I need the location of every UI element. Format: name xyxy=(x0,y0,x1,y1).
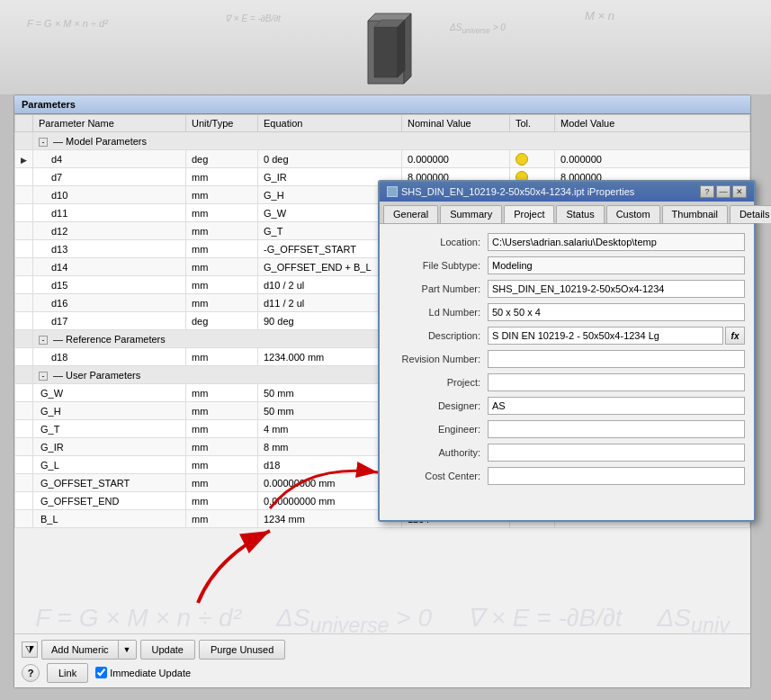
param-name-cell: G_L xyxy=(33,456,186,474)
unit-cell: mm xyxy=(186,222,258,240)
row-arrow-indicator: ▶ xyxy=(21,156,27,165)
field-input-7[interactable] xyxy=(488,397,745,415)
dialog-title-text: SHS_DIN_EN_10219-2-50x50x4-1234.ipt iPro… xyxy=(401,186,634,197)
field-label-2: Part Number: xyxy=(389,283,488,294)
tol-indicator xyxy=(515,153,528,166)
dialog-minimize-button[interactable]: — xyxy=(716,185,731,198)
expand-icon-0[interactable]: - xyxy=(39,138,48,147)
field-label-9: Authority: xyxy=(389,447,488,458)
field-label-4: Description: xyxy=(389,330,488,341)
dialog-close-button[interactable]: ✕ xyxy=(732,185,747,198)
param-name-cell: d12 xyxy=(33,222,186,240)
dialog-tab-project[interactable]: Project xyxy=(504,205,554,223)
field-row-2: Part Number: xyxy=(389,280,745,298)
field-label-6: Project: xyxy=(389,377,488,388)
filter-icon[interactable]: ⧩ xyxy=(22,642,38,658)
unit-cell: mm xyxy=(186,474,258,492)
param-name-cell: G_IR xyxy=(33,438,186,456)
svg-marker-3 xyxy=(374,27,398,77)
row-indicator-cell xyxy=(15,294,33,312)
field-row-0: Location: xyxy=(389,233,745,251)
field-input-10[interactable] xyxy=(488,467,745,485)
field-input-1 xyxy=(488,256,745,274)
unit-cell: mm xyxy=(186,348,258,366)
unit-cell: mm xyxy=(186,420,258,438)
dialog-tab-custom[interactable]: Custom xyxy=(606,205,660,223)
row-indicator-cell xyxy=(15,510,33,528)
dialog-tab-thumbnail[interactable]: Thumbnail xyxy=(662,205,728,223)
field-input-5[interactable] xyxy=(488,350,745,368)
section-header-row: - — Model Parameters xyxy=(15,132,750,150)
link-button[interactable]: Link xyxy=(47,663,88,683)
field-label-10: Cost Center: xyxy=(389,471,488,481)
row-indicator-cell: ▶ xyxy=(15,150,33,168)
purge-unused-button[interactable]: Purge Unused xyxy=(199,640,285,660)
param-name-cell: d16 xyxy=(33,294,186,312)
toolbar-row1: ⧩ Add Numeric ▼ Update Purge Unused xyxy=(22,640,743,660)
update-button[interactable]: Update xyxy=(140,640,195,660)
field-label-8: Engineer: xyxy=(389,424,488,435)
param-name-cell: G_OFFSET_START xyxy=(33,474,186,492)
param-name-cell: d13 xyxy=(33,240,186,258)
dialog-tab-summary[interactable]: Summary xyxy=(440,205,502,223)
field-input-2[interactable] xyxy=(488,280,745,298)
col-unit-header: Unit/Type xyxy=(186,115,258,132)
row-indicator-cell xyxy=(15,384,33,402)
param-name-cell: d14 xyxy=(33,258,186,276)
section-expand-col xyxy=(15,330,33,348)
field-row-6: Project: xyxy=(389,373,745,391)
unit-cell: deg xyxy=(186,150,258,168)
immediate-update-checkbox[interactable] xyxy=(95,667,107,678)
col-model-header: Model Value xyxy=(555,115,750,132)
model-preview-area: F = G × M × n ÷ d² ∇ × E = -∂B/∂t ΔSuniv… xyxy=(0,0,771,94)
dialog-tab-status[interactable]: Status xyxy=(556,205,604,223)
unit-cell: mm xyxy=(186,402,258,420)
add-numeric-split-button[interactable]: Add Numeric ▼ xyxy=(41,640,137,660)
field-row-7: Designer: xyxy=(389,397,745,415)
unit-cell: mm xyxy=(186,510,258,528)
field-input-8[interactable] xyxy=(488,420,745,438)
help-button[interactable]: ? xyxy=(22,664,40,682)
field-input-3[interactable] xyxy=(488,303,745,321)
unit-cell: mm xyxy=(186,438,258,456)
col-equation-header: Equation xyxy=(258,115,402,132)
model-3d-shape xyxy=(354,7,417,88)
toolbar-row2: ? Link Immediate Update xyxy=(22,663,743,683)
dialog-tab-general[interactable]: General xyxy=(383,205,438,223)
param-name-cell: d17 xyxy=(33,312,186,330)
param-name-cell: G_OFFSET_END xyxy=(33,492,186,510)
expand-icon-2[interactable]: - xyxy=(39,372,48,381)
fx-button[interactable]: fx xyxy=(725,327,745,345)
field-input-9[interactable] xyxy=(488,444,745,462)
equation-cell[interactable]: 0 deg xyxy=(258,150,402,168)
section-header-label: - — Model Parameters xyxy=(33,132,750,150)
tol-cell xyxy=(510,150,555,168)
col-param-name-header: Parameter Name xyxy=(33,115,186,132)
field-input-4[interactable] xyxy=(488,327,723,345)
field-row-3: Ld Number: xyxy=(389,303,745,321)
expand-icon-1[interactable]: - xyxy=(39,336,48,345)
row-indicator-cell xyxy=(15,456,33,474)
row-indicator-cell xyxy=(15,258,33,276)
field-row-5: Revision Number: xyxy=(389,350,745,368)
add-numeric-button[interactable]: Add Numeric xyxy=(41,640,118,660)
section-expand-col xyxy=(15,366,33,384)
param-name-cell: d15 xyxy=(33,276,186,294)
row-indicator-cell xyxy=(15,420,33,438)
immediate-update-wrap: Immediate Update xyxy=(95,667,191,678)
col-nominal-header: Nominal Value xyxy=(402,115,510,132)
row-indicator-cell xyxy=(15,168,33,186)
model-value-cell: 0.000000 xyxy=(555,150,750,168)
col-tol-header: Tol. xyxy=(510,115,555,132)
unit-cell: mm xyxy=(186,294,258,312)
dialog-tab-details[interactable]: Details xyxy=(730,205,771,223)
dialog-help-button[interactable]: ? xyxy=(700,185,714,198)
row-indicator-cell xyxy=(15,186,33,204)
math-formula-bg-3: ΔSuniverse > 0 xyxy=(450,22,506,35)
param-name-cell: d7 xyxy=(33,168,186,186)
field-row-1: File Subtype: xyxy=(389,256,745,274)
math-formula-bg-2: ∇ × E = -∂B/∂t xyxy=(225,13,281,23)
field-input-6[interactable] xyxy=(488,373,745,391)
add-numeric-dropdown-arrow[interactable]: ▼ xyxy=(118,640,137,660)
param-name-cell: G_W xyxy=(33,384,186,402)
